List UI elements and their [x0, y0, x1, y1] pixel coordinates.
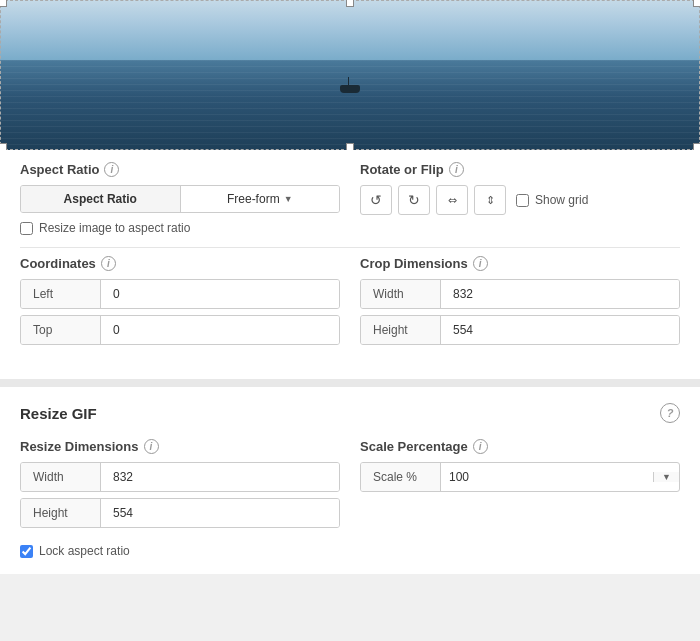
aspect-ratio-info-icon[interactable]: i — [104, 162, 119, 177]
crop-height-input[interactable] — [441, 316, 679, 344]
aspect-ratio-buttons: Aspect Ratio Free-form ▼ — [20, 185, 340, 213]
resize-width-input-row: Width — [20, 462, 340, 492]
resize-width-input[interactable] — [101, 463, 339, 491]
show-grid-label: Show grid — [535, 193, 588, 207]
crop-dimensions-info-icon[interactable]: i — [473, 256, 488, 271]
flip-vertical-button[interactable]: ⇕ — [474, 185, 506, 215]
freeform-button[interactable]: Free-form ▼ — [181, 186, 340, 212]
scale-percentage-group: Scale Percentage i Scale % ▼ — [360, 439, 680, 534]
crop-width-label: Width — [361, 280, 441, 308]
crop-dimensions-label: Crop Dimensions i — [360, 256, 680, 271]
crop-dimensions-group: Crop Dimensions i Width Height — [360, 256, 680, 351]
aspect-ratio-group: Aspect Ratio i Aspect Ratio Free-form ▼ … — [20, 162, 340, 235]
coordinates-label-text: Coordinates — [20, 256, 96, 271]
resize-gif-title: Resize GIF — [20, 405, 97, 422]
aspect-ratio-button[interactable]: Aspect Ratio — [21, 186, 180, 212]
resize-dimensions-label-text: Resize Dimensions — [20, 439, 139, 454]
main-divider — [0, 379, 700, 387]
crop-height-input-row: Height — [360, 315, 680, 345]
controls-row-1: Aspect Ratio i Aspect Ratio Free-form ▼ … — [20, 162, 680, 235]
lock-aspect-label: Lock aspect ratio — [39, 544, 130, 558]
rotate-left-button[interactable]: ↺ — [360, 185, 392, 215]
scale-percentage-info-icon[interactable]: i — [473, 439, 488, 454]
freeform-dropdown-arrow: ▼ — [284, 194, 293, 204]
resize-dimensions-info-icon[interactable]: i — [144, 439, 159, 454]
rotate-right-button[interactable]: ↻ — [398, 185, 430, 215]
resize-dimensions-group: Resize Dimensions i Width Height — [20, 439, 340, 534]
resize-height-label: Height — [21, 499, 101, 527]
left-input[interactable] — [101, 280, 339, 308]
image-section: Aspect Ratio i Aspect Ratio Free-form ▼ … — [0, 0, 700, 379]
left-label: Left — [21, 280, 101, 308]
crop-width-input[interactable] — [441, 280, 679, 308]
aspect-ratio-label-text: Aspect Ratio — [20, 162, 99, 177]
rotate-flip-group: Rotate or Flip i ↺ ↻ ⇔ ⇕ Show grid — [360, 162, 680, 235]
top-input[interactable] — [101, 316, 339, 344]
resize-checkbox-row: Resize image to aspect ratio — [20, 221, 340, 235]
scale-value-input[interactable] — [441, 463, 653, 491]
crop-handle-tl[interactable] — [0, 0, 7, 7]
resize-gif-section: Resize GIF ? Resize Dimensions i Width H… — [0, 387, 700, 574]
top-input-row: Top — [20, 315, 340, 345]
show-grid-row: Show grid — [516, 193, 588, 207]
rotate-flip-label: Rotate or Flip i — [360, 162, 680, 177]
left-input-row: Left — [20, 279, 340, 309]
image-container — [0, 0, 700, 150]
scale-dropdown-button[interactable]: ▼ — [653, 472, 679, 482]
show-grid-checkbox[interactable] — [516, 194, 529, 207]
resize-width-label: Width — [21, 463, 101, 491]
top-label: Top — [21, 316, 101, 344]
resize-height-input[interactable] — [101, 499, 339, 527]
resize-height-input-row: Height — [20, 498, 340, 528]
coordinates-label: Coordinates i — [20, 256, 340, 271]
controls-section: Aspect Ratio i Aspect Ratio Free-form ▼ … — [0, 150, 700, 379]
coordinates-group: Coordinates i Left Top — [20, 256, 340, 351]
rotate-flip-label-text: Rotate or Flip — [360, 162, 444, 177]
scale-percentage-label: Scale Percentage i — [360, 439, 680, 454]
crop-height-label: Height — [361, 316, 441, 344]
crop-dimensions-label-text: Crop Dimensions — [360, 256, 468, 271]
rotate-flip-info-icon[interactable]: i — [449, 162, 464, 177]
coordinates-info-icon[interactable]: i — [101, 256, 116, 271]
scale-value-wrapper: ▼ — [441, 463, 679, 491]
crop-handle-br[interactable] — [693, 143, 700, 150]
resize-row: Resize Dimensions i Width Height Scale P… — [20, 439, 680, 534]
resize-gif-header: Resize GIF ? — [20, 403, 680, 423]
crop-handle-tr[interactable] — [693, 0, 700, 7]
crop-handle-bl[interactable] — [0, 143, 7, 150]
lock-aspect-row: Lock aspect ratio — [20, 544, 680, 558]
crop-handle-bm[interactable] — [346, 143, 354, 150]
resize-checkbox-label: Resize image to aspect ratio — [39, 221, 190, 235]
scale-label: Scale % — [361, 463, 441, 491]
resize-dimensions-label: Resize Dimensions i — [20, 439, 340, 454]
aspect-ratio-label: Aspect Ratio i — [20, 162, 340, 177]
crop-width-input-row: Width — [360, 279, 680, 309]
crop-border — [0, 0, 700, 150]
rotate-controls: ↺ ↻ ⇔ ⇕ Show grid — [360, 185, 680, 215]
scale-row: Scale % ▼ — [360, 462, 680, 492]
section-divider-1 — [20, 247, 680, 248]
scale-percentage-label-text: Scale Percentage — [360, 439, 468, 454]
flip-horizontal-button[interactable]: ⇔ — [436, 185, 468, 215]
resize-checkbox[interactable] — [20, 222, 33, 235]
freeform-label: Free-form — [227, 192, 280, 206]
crop-handle-tm[interactable] — [346, 0, 354, 7]
lock-aspect-checkbox[interactable] — [20, 545, 33, 558]
controls-row-2: Coordinates i Left Top Crop Dimensions i — [20, 256, 680, 351]
resize-gif-help-icon[interactable]: ? — [660, 403, 680, 423]
